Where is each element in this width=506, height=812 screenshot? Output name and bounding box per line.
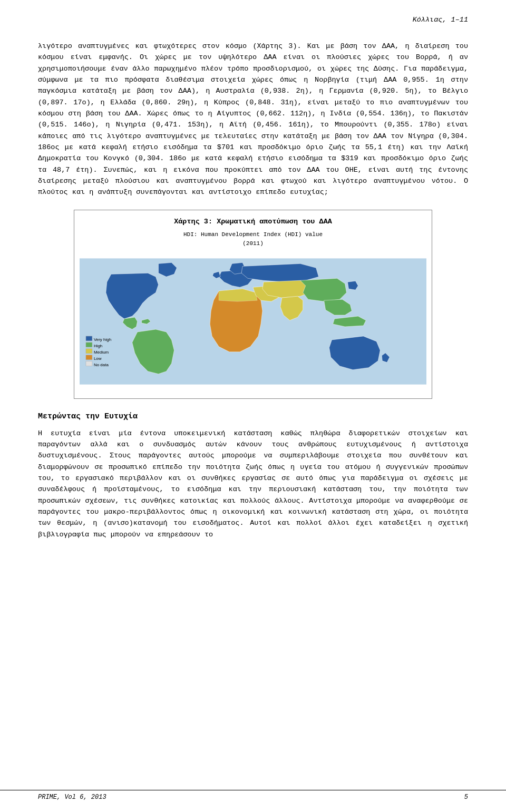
svg-rect-3 — [86, 342, 92, 347]
svg-text:Low: Low — [94, 356, 102, 360]
svg-rect-9 — [86, 361, 92, 366]
svg-rect-7 — [86, 355, 92, 359]
svg-rect-5 — [86, 348, 92, 353]
svg-text:Very high: Very high — [94, 337, 111, 341]
svg-text:Medium: Medium — [94, 349, 109, 354]
svg-text:No data: No data — [94, 362, 109, 367]
page-header: Κόλλιας, 1–11 — [38, 15, 468, 26]
main-paragraph: λιγότερο αναπτυγμένες και φτωχότερες στο… — [38, 41, 468, 198]
page: Κόλλιας, 1–11 λιγότερο αναπτυγμένες και … — [0, 0, 506, 812]
section-heading: Μετρώντας την Ευτυχία — [38, 410, 468, 423]
world-map-svg: Very high High Medium Low No data — [80, 253, 426, 390]
page-footer: PRIME, Vol 6, 2013 5 — [0, 790, 506, 803]
map-container: Very high High Medium Low No data — [80, 253, 426, 390]
footer-left: PRIME, Vol 6, 2013 — [38, 793, 106, 803]
figure-subtitle: HDI: Human Development Index (HDI) value… — [80, 230, 426, 248]
svg-rect-1 — [86, 336, 92, 340]
svg-text:High: High — [94, 343, 102, 348]
second-paragraph: Η ευτυχία είναι μία έντονα υποκειμενική … — [38, 428, 468, 540]
figure-title: Χάρτης 3: Χρωματική αποτύπωση του ΔΑΑ — [80, 217, 426, 228]
header-text: Κόλλιας, 1–11 — [413, 16, 468, 24]
footer-right: 5 — [464, 793, 468, 803]
figure-box: Χάρτης 3: Χρωματική αποτύπωση του ΔΑΑ HD… — [74, 210, 432, 399]
